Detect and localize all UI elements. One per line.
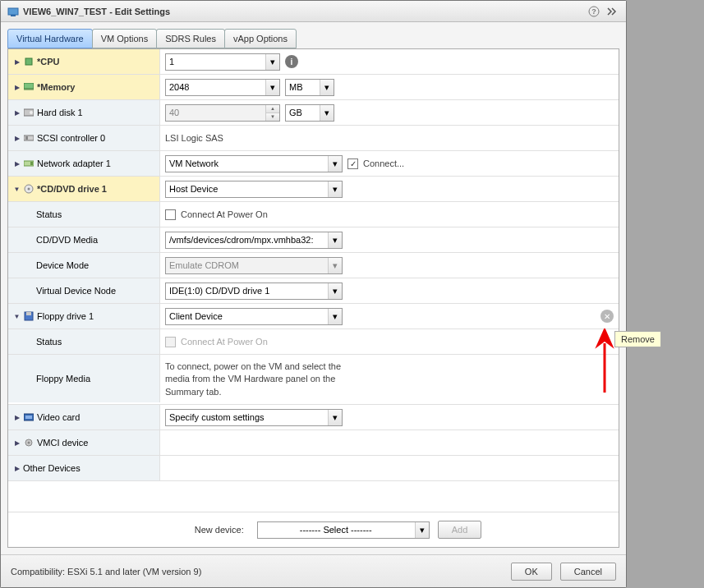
chevron-down-icon[interactable]: ▾ bbox=[320, 80, 334, 95]
video-label: Video card bbox=[37, 412, 80, 422]
chevron-down-icon[interactable]: ▾ bbox=[265, 54, 279, 70]
scsi-icon bbox=[23, 132, 35, 144]
memory-size-input[interactable]: 2048 ▾ bbox=[165, 79, 280, 96]
expander-icon[interactable]: ▶ bbox=[13, 414, 21, 421]
cddvd-devmode-label: Device Mode bbox=[36, 260, 89, 270]
floppy-type-select[interactable]: Client Device ▾ bbox=[165, 308, 343, 325]
cancel-button[interactable]: Cancel bbox=[560, 563, 616, 581]
hardware-panel: ▶ *CPU 1 ▾ i ▶ bbox=[7, 48, 619, 548]
new-device-select[interactable]: ------- Select ------- ▾ bbox=[257, 521, 430, 539]
chevron-down-icon[interactable]: ▾ bbox=[328, 283, 342, 299]
floppy-label: Floppy drive 1 bbox=[37, 311, 94, 321]
ok-button[interactable]: OK bbox=[511, 563, 552, 581]
chevron-down-icon[interactable]: ▾ bbox=[328, 181, 342, 197]
vm-icon bbox=[7, 6, 19, 17]
info-icon[interactable]: i bbox=[285, 55, 298, 68]
row-network: ▶ Network adapter 1 bbox=[8, 151, 160, 176]
chevron-down-icon[interactable]: ▾ bbox=[265, 80, 279, 95]
chevron-down-icon: ▾ bbox=[328, 258, 342, 273]
tab-sdrs-rules[interactable]: SDRS Rules bbox=[156, 29, 225, 48]
row-scsi: ▶ SCSI controller 0 bbox=[8, 126, 160, 150]
expander-icon[interactable]: ▶ bbox=[13, 465, 21, 472]
expander-icon[interactable]: ▶ bbox=[13, 439, 21, 447]
tab-vapp-options[interactable]: vApp Options bbox=[224, 29, 297, 48]
row-memory: ▶ *Memory bbox=[8, 75, 160, 99]
edit-settings-dialog: VIEW6_WIN7_TEST - Edit Settings ? Virtua… bbox=[0, 0, 627, 588]
cddvd-poweron-label: Connect At Power On bbox=[181, 209, 268, 219]
network-connect-checkbox[interactable] bbox=[347, 158, 358, 169]
cddvd-vnode-label: Virtual Device Node bbox=[36, 286, 116, 296]
memory-icon bbox=[23, 81, 35, 93]
spinner[interactable]: ▲▼ bbox=[265, 105, 279, 121]
scsi-value: LSI Logic SAS bbox=[165, 133, 223, 143]
cddvd-label: *CD/DVD drive 1 bbox=[37, 184, 107, 194]
network-connect-label: Connect... bbox=[363, 158, 404, 168]
expander-icon[interactable]: ▼ bbox=[13, 313, 21, 320]
svg-rect-15 bbox=[26, 312, 31, 315]
cddvd-type-select[interactable]: Host Device ▾ bbox=[165, 181, 343, 198]
cddvd-media-select[interactable]: /vmfs/devices/cdrom/mpx.vmhba32: ▾ bbox=[165, 232, 343, 249]
network-label: Network adapter 1 bbox=[37, 158, 111, 168]
dialog-title: VIEW6_WIN7_TEST - Edit Settings bbox=[23, 7, 583, 16]
svg-rect-9 bbox=[25, 136, 28, 140]
cddvd-vnode-select[interactable]: IDE(1:0) CD/DVD drive 1 ▾ bbox=[165, 283, 343, 300]
cddvd-devmode-select: Emulate CDROM ▾ bbox=[165, 257, 343, 274]
expander-icon[interactable]: ▶ bbox=[13, 84, 21, 91]
svg-rect-8 bbox=[24, 136, 34, 140]
help-icon[interactable]: ? bbox=[587, 4, 601, 19]
chevron-down-icon[interactable]: ▾ bbox=[328, 410, 342, 425]
cpu-count-select[interactable]: 1 ▾ bbox=[165, 53, 280, 71]
add-button[interactable]: Add bbox=[438, 521, 482, 539]
tab-virtual-hardware[interactable]: Virtual Hardware bbox=[7, 29, 93, 48]
svg-point-13 bbox=[28, 188, 30, 191]
new-device-label: New device: bbox=[145, 525, 244, 535]
cpu-label: *CPU bbox=[37, 57, 60, 67]
remove-tooltip: Remove bbox=[614, 331, 661, 347]
chevron-down-icon[interactable]: ▾ bbox=[328, 232, 342, 248]
dialog-footer: Compatibility: ESXi 5.1 and later (VM ve… bbox=[1, 554, 626, 587]
svg-rect-0 bbox=[8, 8, 18, 15]
chevron-down-icon[interactable]: ▾ bbox=[328, 309, 342, 324]
row-cddvd-status: Status bbox=[8, 202, 160, 227]
floppy-poweron-checkbox bbox=[165, 337, 176, 347]
video-settings-select[interactable]: Specify custom settings ▾ bbox=[165, 409, 343, 426]
row-hard-disk: ▶ Hard disk 1 bbox=[8, 100, 160, 125]
chevron-down-icon[interactable]: ▾ bbox=[328, 156, 342, 172]
tab-vm-options[interactable]: VM Options bbox=[92, 29, 157, 48]
scsi-label: SCSI controller 0 bbox=[37, 133, 105, 143]
floppy-status-label: Status bbox=[36, 337, 62, 347]
expander-icon[interactable]: ▼ bbox=[13, 186, 21, 193]
expander-icon[interactable]: ▶ bbox=[13, 58, 21, 66]
gear-icon bbox=[23, 437, 35, 448]
chevron-down-icon[interactable]: ▾ bbox=[415, 522, 429, 538]
expand-icon[interactable] bbox=[605, 4, 619, 19]
expander-icon[interactable]: ▶ bbox=[13, 160, 21, 168]
svg-text:?: ? bbox=[591, 7, 596, 16]
network-select[interactable]: VM Network ▾ bbox=[165, 155, 343, 172]
floppy-poweron-label: Connect At Power On bbox=[181, 337, 268, 347]
svg-point-7 bbox=[30, 111, 33, 114]
row-cddvd-devmode: Device Mode bbox=[8, 253, 160, 278]
row-floppy: ▼ Floppy drive 1 bbox=[8, 304, 160, 328]
row-cddvd-media: CD/DVD Media bbox=[8, 227, 160, 252]
remove-floppy-button[interactable]: ✕ bbox=[600, 310, 614, 323]
titlebar: VIEW6_WIN7_TEST - Edit Settings ? bbox=[1, 1, 626, 22]
disk-icon bbox=[23, 107, 35, 118]
row-cddvd-vnode: Virtual Device Node bbox=[8, 278, 160, 303]
svg-rect-5 bbox=[24, 83, 34, 89]
floppy-media-label: Floppy Media bbox=[36, 374, 90, 384]
svg-point-19 bbox=[28, 442, 30, 444]
svg-rect-17 bbox=[25, 416, 32, 419]
memory-unit-select[interactable]: MB ▾ bbox=[285, 79, 334, 96]
svg-rect-1 bbox=[11, 15, 16, 16]
expander-icon[interactable]: ▶ bbox=[13, 109, 21, 117]
vmci-label: VMCI device bbox=[37, 438, 88, 448]
chevron-down-icon[interactable]: ▾ bbox=[320, 105, 334, 121]
expander-icon[interactable]: ▶ bbox=[13, 135, 21, 142]
nic-icon bbox=[23, 158, 35, 169]
disk-size-input[interactable]: 40 ▲▼ bbox=[165, 104, 280, 122]
disk-unit-select[interactable]: GB ▾ bbox=[285, 104, 334, 122]
cddvd-poweron-checkbox[interactable] bbox=[165, 209, 176, 220]
other-label: Other Devices bbox=[23, 463, 81, 473]
hard-disk-label: Hard disk 1 bbox=[37, 108, 83, 117]
